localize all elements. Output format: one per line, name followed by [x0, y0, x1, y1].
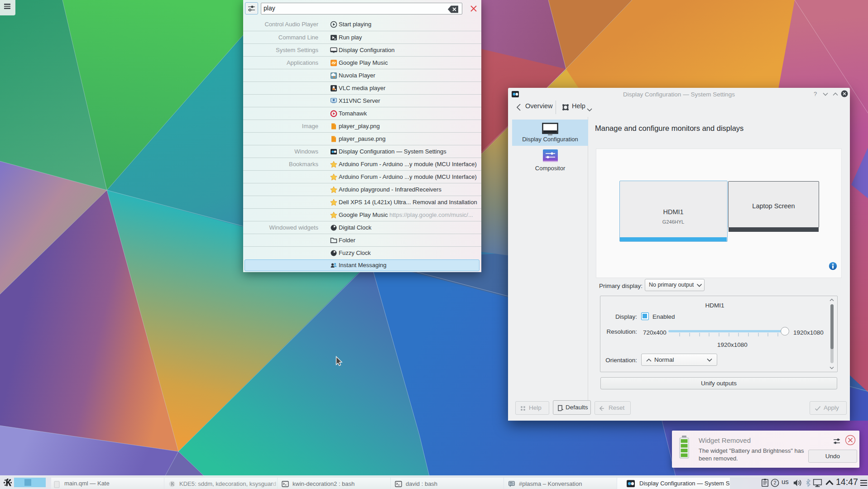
svg-text:2: 2 [773, 480, 776, 485]
